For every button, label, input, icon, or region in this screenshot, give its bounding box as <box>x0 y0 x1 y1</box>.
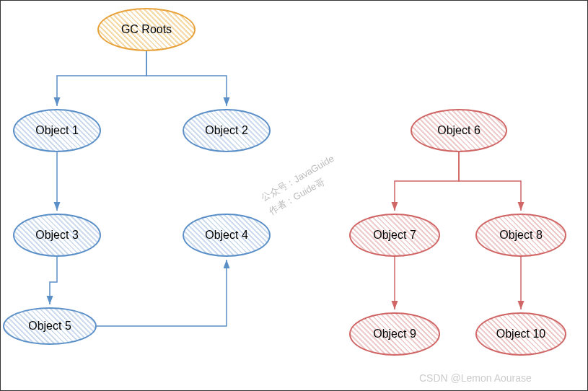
node-label: Object 7 <box>373 229 416 242</box>
node-label: Object 4 <box>205 229 248 242</box>
footer-watermark: CSDN @Lemon Aourase <box>419 372 532 384</box>
edge <box>57 51 146 106</box>
node-object-1: Object 1 <box>13 109 101 152</box>
node-label: Object 5 <box>28 320 71 333</box>
edge <box>146 51 227 106</box>
node-object-6: Object 6 <box>411 109 507 152</box>
node-object-3: Object 3 <box>13 214 101 257</box>
node-object-2: Object 2 <box>183 109 271 152</box>
edge <box>50 257 57 304</box>
node-label: Object 3 <box>35 229 79 242</box>
edge <box>395 152 459 211</box>
node-gc-roots: GC Roots <box>97 8 196 51</box>
node-label: Object 6 <box>437 124 481 137</box>
node-object-4: Object 4 <box>183 214 271 257</box>
node-label: Object 2 <box>205 124 248 137</box>
edge <box>459 152 521 211</box>
node-label: Object 1 <box>35 124 79 137</box>
node-object-10: Object 10 <box>475 312 566 356</box>
node-object-7: Object 7 <box>349 214 440 257</box>
node-object-8: Object 8 <box>475 214 566 257</box>
node-object-5: Object 5 <box>3 307 97 345</box>
node-object-9: Object 9 <box>349 312 440 356</box>
center-watermark: 公众号：JavaGuide 作者：Guide哥 <box>258 151 345 219</box>
node-label: Object 10 <box>496 328 545 341</box>
node-label: GC Roots <box>121 23 172 36</box>
footer-text: CSDN @Lemon Aourase <box>419 372 532 384</box>
node-label: Object 8 <box>499 229 543 242</box>
edge <box>97 260 227 326</box>
node-label: Object 9 <box>373 328 416 341</box>
